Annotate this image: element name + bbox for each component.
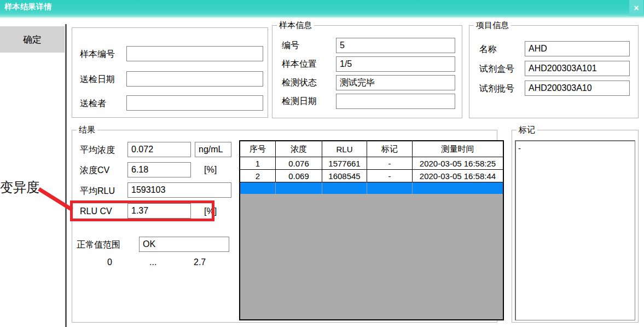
col-rlu: RLU xyxy=(322,141,367,157)
col-mark: 标记 xyxy=(367,141,413,157)
avg-rlu-input[interactable] xyxy=(127,182,231,198)
annotation-label: 变异度 xyxy=(0,179,39,196)
cell-rlu: 1608545 xyxy=(322,170,367,182)
cell-seq: 2 xyxy=(240,170,276,182)
highlight-rectangle xyxy=(70,200,214,221)
cell-time: 2020-03-05 16:58:25 xyxy=(413,157,503,169)
sender-input[interactable] xyxy=(126,95,263,111)
sample-position-input[interactable] xyxy=(336,56,455,72)
normal-range-input[interactable] xyxy=(139,237,229,252)
cell-rlu: 1577661 xyxy=(322,157,367,169)
col-seq: 序号 xyxy=(240,141,276,157)
conc-cv-label: 浓度CV xyxy=(80,165,109,176)
cell-empty xyxy=(413,182,503,194)
avg-conc-unit: ng/mL xyxy=(195,142,231,157)
sample-position-label: 样本位置 xyxy=(282,59,317,70)
number-label: 编号 xyxy=(282,40,299,51)
project-info-title: 项目信息 xyxy=(474,20,511,31)
col-conc: 浓度 xyxy=(276,141,322,157)
number-input[interactable] xyxy=(336,38,455,53)
project-name-input[interactable] xyxy=(525,41,630,56)
avg-rlu-label: 平均RLU xyxy=(80,186,115,197)
ok-button[interactable]: 确定 xyxy=(0,26,65,53)
measurement-table: 序号 浓度 RLU 标记 测量时间 1 0.076 1577661 - 2020… xyxy=(239,140,504,320)
mark-title: 标记 xyxy=(517,125,537,135)
col-time: 测量时间 xyxy=(413,141,503,157)
cell-conc: 0.069 xyxy=(276,170,322,182)
cell-time: 2020-03-05 16:58:44 xyxy=(413,170,503,182)
project-name-label: 名称 xyxy=(479,44,497,55)
range-separator: ... xyxy=(149,257,156,267)
reagent-lot-label: 试剂批号 xyxy=(479,83,514,95)
titlebar: 样本结果详情 × xyxy=(0,0,644,19)
conc-cv-unit: [%] xyxy=(204,165,217,175)
table-header-row: 序号 浓度 RLU 标记 测量时间 xyxy=(240,141,503,157)
cell-empty xyxy=(322,182,367,194)
project-info-groupbox: 项目信息 名称 试剂盒号 试剂批号 xyxy=(469,25,639,118)
conc-cv-input[interactable] xyxy=(127,162,191,177)
sample-info-groupbox: 样本信息 编号 样本位置 检测状态 检测日期 xyxy=(272,25,462,118)
table-empty-area xyxy=(240,194,503,319)
kit-no-input[interactable] xyxy=(525,61,630,76)
requisition-groupbox: 样本编号 送检日期 送检者 xyxy=(72,27,268,118)
cell-mark: - xyxy=(367,170,413,182)
avg-conc-input[interactable] xyxy=(127,142,191,157)
test-status-input[interactable] xyxy=(336,75,455,90)
sample-info-title: 样本信息 xyxy=(277,20,314,31)
send-date-label: 送检日期 xyxy=(80,74,115,85)
range-low: 0 xyxy=(107,257,112,267)
sender-label: 送检者 xyxy=(80,98,106,110)
table-row[interactable]: 1 0.076 1577661 - 2020-03-05 16:58:25 xyxy=(240,157,503,170)
cell-empty xyxy=(367,182,413,194)
send-date-input[interactable] xyxy=(126,71,263,87)
cell-conc: 0.076 xyxy=(276,157,322,169)
cell-mark: - xyxy=(367,157,413,169)
cell-empty xyxy=(276,182,322,194)
reagent-lot-input[interactable] xyxy=(525,81,630,96)
mark-textarea[interactable]: - xyxy=(515,140,635,320)
window-title: 样本结果详情 xyxy=(4,2,52,12)
vertical-divider xyxy=(65,24,67,327)
normal-range-label: 正常值范围 xyxy=(77,239,120,251)
sample-no-label: 样本编号 xyxy=(80,49,115,60)
cell-seq: 1 xyxy=(240,157,276,169)
mark-groupbox: 标记 - xyxy=(512,130,639,323)
test-date-label: 检测日期 xyxy=(282,96,317,107)
range-high: 2.7 xyxy=(194,257,206,267)
kit-no-label: 试剂盒号 xyxy=(479,64,514,75)
sample-no-input[interactable] xyxy=(126,46,263,61)
result-title: 结果 xyxy=(77,125,97,135)
table-row-selected[interactable] xyxy=(240,182,503,194)
test-status-label: 检测状态 xyxy=(282,77,317,89)
close-icon[interactable]: × xyxy=(629,0,643,16)
cell-empty xyxy=(240,182,276,194)
avg-conc-label: 平均浓度 xyxy=(80,145,115,156)
test-date-input[interactable] xyxy=(336,94,455,109)
table-row[interactable]: 2 0.069 1608545 - 2020-03-05 16:58:44 xyxy=(240,170,503,182)
